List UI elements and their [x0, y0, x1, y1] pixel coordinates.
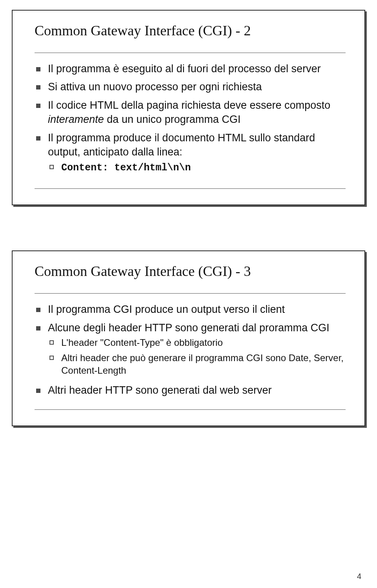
slide-content: Il programma CGI produce un output verso…: [35, 302, 346, 409]
item-text: Il programma produce il documento HTML s…: [48, 132, 315, 158]
slide-cgi-2: Common Gateway Interface (CGI) - 2 Il pr…: [12, 10, 365, 205]
title-divider: [35, 293, 346, 294]
sub-bullet-list: L'header "Content-Type" è obbligatorio A…: [48, 336, 346, 379]
slide-cgi-3: Common Gateway Interface (CGI) - 3 Il pr…: [12, 250, 365, 426]
bottom-divider: [35, 188, 346, 189]
sub-bullet-list: Content: text/html\n\n: [48, 161, 346, 177]
list-item: Altri header HTTP sono generati dal web …: [35, 383, 346, 401]
list-item: Il programma produce il documento HTML s…: [35, 131, 346, 181]
list-item: Si attiva un nuovo processo per ogni ric…: [35, 80, 346, 98]
sub-list-item: L'header "Content-Type" è obbligatorio: [48, 336, 346, 351]
item-text: Il programma CGI produce un output verso…: [48, 303, 285, 315]
item-text-prefix: Il codice HTML della pagina richiesta de…: [48, 99, 330, 111]
item-text-suffix: da un unico programma CGI: [104, 113, 241, 125]
page: Common Gateway Interface (CGI) - 2 Il pr…: [0, 0, 377, 588]
list-item: Il codice HTML della pagina richiesta de…: [35, 98, 346, 131]
item-text-italic: interamente: [48, 113, 104, 125]
bottom-divider: [35, 409, 346, 410]
slide-title: Common Gateway Interface (CGI) - 2: [35, 22, 346, 39]
sub-list-item: Content: text/html\n\n: [48, 161, 346, 177]
sub-item-text: Altri header che può generare il program…: [61, 352, 344, 376]
item-text: Si attiva un nuovo processo per ogni ric…: [48, 81, 262, 93]
list-item: Il programma è eseguito al di fuori del …: [35, 62, 346, 80]
slide-title: Common Gateway Interface (CGI) - 3: [35, 263, 346, 279]
list-item: Il programma CGI produce un output verso…: [35, 302, 346, 320]
list-item: Alcune degli header HTTP sono generati d…: [35, 321, 346, 383]
page-number: 4: [357, 572, 361, 581]
bullet-list: Il programma CGI produce un output verso…: [35, 302, 346, 401]
item-text: Alcune degli header HTTP sono generati d…: [48, 322, 329, 334]
title-divider: [35, 53, 346, 53]
item-text: Altri header HTTP sono generati dal web …: [48, 384, 272, 396]
sub-list-item: Altri header che può generare il program…: [48, 352, 346, 380]
sub-item-text: L'header "Content-Type" è obbligatorio: [61, 337, 223, 348]
code-text: Content: text/html\n\n: [61, 162, 191, 173]
bullet-list: Il programma è eseguito al di fuori del …: [35, 62, 346, 181]
slide-content: Il programma è eseguito al di fuori del …: [35, 62, 346, 189]
item-text: Il programma è eseguito al di fuori del …: [48, 63, 321, 75]
